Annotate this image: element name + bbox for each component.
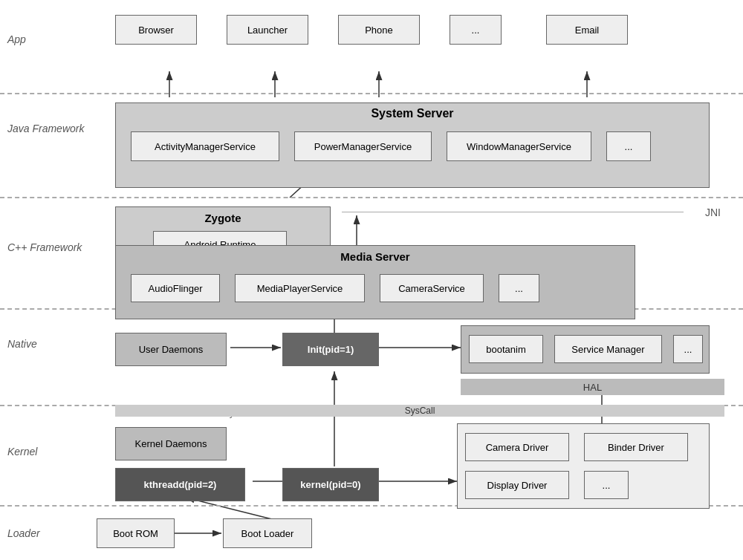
camera-driver-box: Camera Driver xyxy=(465,433,569,461)
app-ellipsis-box: ... xyxy=(450,15,502,45)
layer-native-label: Native xyxy=(7,338,37,350)
power-manager-service-box: PowerManagerService xyxy=(294,131,432,161)
media-server-ellipsis-box: ... xyxy=(499,274,539,302)
app-launcher-box: Launcher xyxy=(227,15,308,45)
diagram-container: App Java Framework C++ Framework Native … xyxy=(0,0,743,560)
kernel-box: kernel(pid=0) xyxy=(282,468,379,501)
media-player-service-box: MediaPlayerService xyxy=(235,274,365,302)
service-manager-box: Service Manager xyxy=(554,335,662,363)
syscall-band: SysCall xyxy=(115,405,724,417)
audio-flinger-box: AudioFlinger xyxy=(131,274,220,302)
activity-manager-service-box: ActivityManagerService xyxy=(131,131,279,161)
system-server-container: System Server ActivityManagerService Pow… xyxy=(115,102,710,188)
media-server-container: Media Server AudioFlinger MediaPlayerSer… xyxy=(115,245,635,319)
app-email-box: Email xyxy=(546,15,628,45)
binder-driver-box: Binder Driver xyxy=(584,433,688,461)
layer-java-label: Java Framework xyxy=(7,123,84,134)
user-daemons-box: User Daemons xyxy=(115,333,227,366)
layer-kernel-label: Kernel xyxy=(7,446,37,458)
zygote-title: Zygote xyxy=(204,212,241,224)
layer-cpp-label: C++ Framework xyxy=(7,241,82,253)
bootanim-box: bootanim xyxy=(469,335,543,363)
display-driver-box: Display Driver xyxy=(465,471,569,499)
native-right-container: bootanim Service Manager ... xyxy=(461,325,710,374)
divider-2 xyxy=(0,197,743,198)
layer-loader-label: Loader xyxy=(7,527,40,539)
syscall-text: SysCall xyxy=(405,406,435,416)
boot-rom-box: Boot ROM xyxy=(97,518,175,548)
app-phone-box: Phone xyxy=(338,15,420,45)
divider-1 xyxy=(0,93,743,94)
jni-line xyxy=(342,212,684,212)
camera-service-box: CameraService xyxy=(380,274,484,302)
system-server-ellipsis-box: ... xyxy=(606,131,651,161)
native-ellipsis-box: ... xyxy=(673,335,703,363)
hal-text: HAL xyxy=(583,382,602,393)
layer-app-label: App xyxy=(7,33,26,45)
hal-band: HAL xyxy=(461,379,724,395)
window-manager-service-box: WindowManagerService xyxy=(447,131,591,161)
app-browser-box: Browser xyxy=(115,15,197,45)
kernel-ellipsis-box: ... xyxy=(584,471,629,499)
kernel-drivers-container: Camera Driver Binder Driver Display Driv… xyxy=(457,423,710,509)
init-box: Init(pid=1) xyxy=(282,333,379,366)
kernel-daemons-box: Kernel Daemons xyxy=(115,427,227,460)
boot-loader-box: Boot Loader xyxy=(223,518,312,548)
jni-label: JNI xyxy=(705,206,721,218)
kthreadd-box: kthreadd(pid=2) xyxy=(115,468,245,501)
system-server-title: System Server xyxy=(371,107,453,120)
media-server-title: Media Server xyxy=(340,250,409,263)
